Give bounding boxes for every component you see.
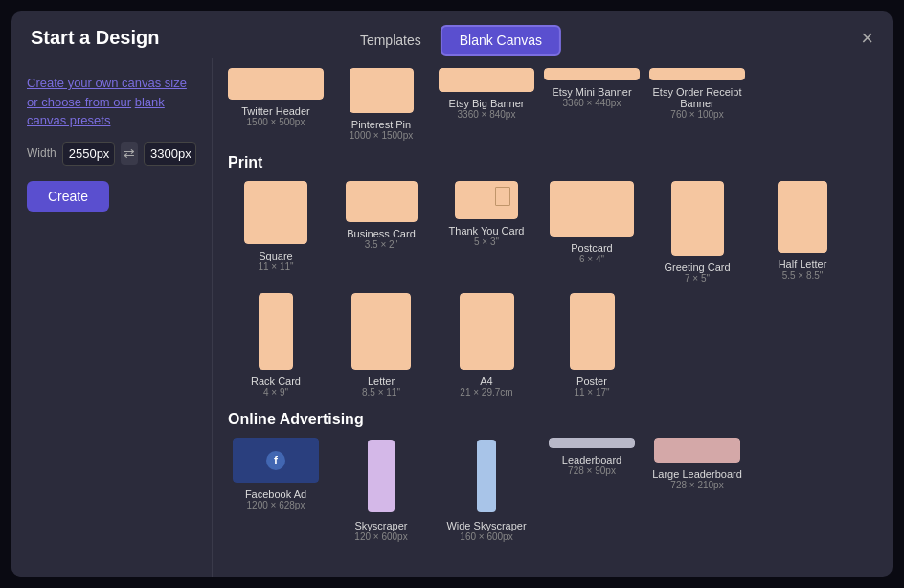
list-item[interactable]: Greeting Card 7 × 5" (649, 181, 745, 283)
list-item[interactable]: Letter 8.5 × 11" (333, 293, 429, 397)
width-row: Width ▲ ▼ ⇄ ▲ ▼ (27, 142, 196, 166)
list-item[interactable]: Business Card 3.5 × 2" (333, 181, 429, 283)
item-name: Pinterest Pin (351, 119, 411, 130)
width-up[interactable]: ▲ (113, 143, 115, 153)
tab-bar: Templates Blank Canvas (343, 25, 561, 56)
height-input[interactable] (145, 143, 194, 165)
list-item[interactable]: Poster 11 × 17" (544, 293, 640, 397)
item-name: Etsy Mini Banner (552, 86, 631, 98)
thumb-etsy-big (439, 68, 534, 92)
width-input-wrap: ▲ ▼ (62, 142, 115, 166)
modal-title: Start a Design (31, 27, 159, 49)
start-design-modal: Start a Design Templates Blank Canvas × … (11, 11, 893, 577)
modal-body: Create your own canvas size or choose fr… (11, 58, 893, 577)
list-item[interactable]: Large Leaderboard 728 × 210px (649, 438, 745, 542)
list-item[interactable]: Etsy Mini Banner 3360 × 448px (544, 68, 640, 141)
item-size: 1500 × 500px (247, 117, 305, 127)
list-item[interactable]: Half Letter 5.5 × 8.5" (755, 181, 850, 283)
facebook-icon: f (266, 451, 285, 470)
list-item[interactable]: Skyscraper 120 × 600px (333, 438, 429, 542)
thumb-etsy-receipt (649, 68, 745, 80)
thumb-etsy-mini (544, 68, 640, 80)
width-label: Width (27, 147, 56, 160)
list-item[interactable]: Twitter Header 1500 × 500px (228, 68, 324, 141)
list-item[interactable]: Pinterest Pin 1000 × 1500px (333, 68, 429, 141)
item-size: 1000 × 1500px (350, 130, 413, 141)
tab-blank-canvas[interactable]: Blank Canvas (441, 25, 561, 56)
close-button[interactable]: × (861, 28, 873, 49)
swap-button[interactable]: ⇄ (121, 142, 138, 165)
list-item[interactable]: A4 21 × 29.7cm (439, 293, 534, 397)
width-input[interactable] (63, 143, 113, 165)
list-item[interactable]: Square 11 × 11" (228, 181, 324, 283)
item-name: Twitter Header (241, 105, 310, 117)
list-item[interactable]: Postcard 6 × 4" (544, 181, 640, 283)
thumb-twitter (228, 68, 324, 100)
item-size: 3360 × 448px (563, 98, 622, 108)
print-section-title: Print (228, 154, 877, 171)
create-button[interactable]: Create (27, 181, 109, 212)
height-up[interactable]: ▲ (194, 143, 196, 153)
height-input-wrap: ▲ ▼ (144, 142, 196, 166)
modal-overlay: Start a Design Templates Blank Canvas × … (0, 0, 904, 588)
print-grid: Square 11 × 11" Business Card 3.5 × 2" T… (228, 181, 877, 397)
item-name: Etsy Order Receipt Banner (649, 86, 745, 109)
list-item[interactable]: Rack Card 4 × 9" (228, 293, 324, 397)
width-down[interactable]: ▼ (113, 153, 115, 164)
tab-templates[interactable]: Templates (343, 25, 439, 56)
modal-header: Start a Design Templates Blank Canvas × (11, 11, 893, 58)
item-size: 3360 × 840px (458, 109, 516, 120)
social-media-grid: Twitter Header 1500 × 500px Pinterest Pi… (228, 68, 877, 141)
item-size: 760 × 100px (670, 109, 723, 120)
online-advertising-section-title: Online Advertising (228, 411, 877, 428)
list-item[interactable]: f Facebook Ad 1200 × 628px (228, 438, 324, 542)
list-item[interactable]: Thank You Card 5 × 3" (439, 181, 534, 283)
thumb-pinterest (350, 68, 414, 113)
height-down[interactable]: ▼ (194, 153, 196, 164)
list-item[interactable]: Wide Skyscraper 160 × 600px (439, 438, 534, 542)
sidebar: Create your own canvas size or choose fr… (11, 58, 213, 577)
item-name: Etsy Big Banner (449, 98, 525, 109)
list-item[interactable]: Etsy Big Banner 3360 × 840px (439, 68, 534, 141)
online-advertising-grid: f Facebook Ad 1200 × 628px Skyscraper 12… (228, 438, 877, 542)
list-item[interactable]: Etsy Order Receipt Banner 760 × 100px (649, 68, 745, 141)
list-item[interactable]: Leaderboard 728 × 90px (544, 438, 640, 542)
sidebar-description: Create your own canvas size or choose fr… (27, 74, 196, 130)
content-area: Twitter Header 1500 × 500px Pinterest Pi… (213, 58, 893, 577)
